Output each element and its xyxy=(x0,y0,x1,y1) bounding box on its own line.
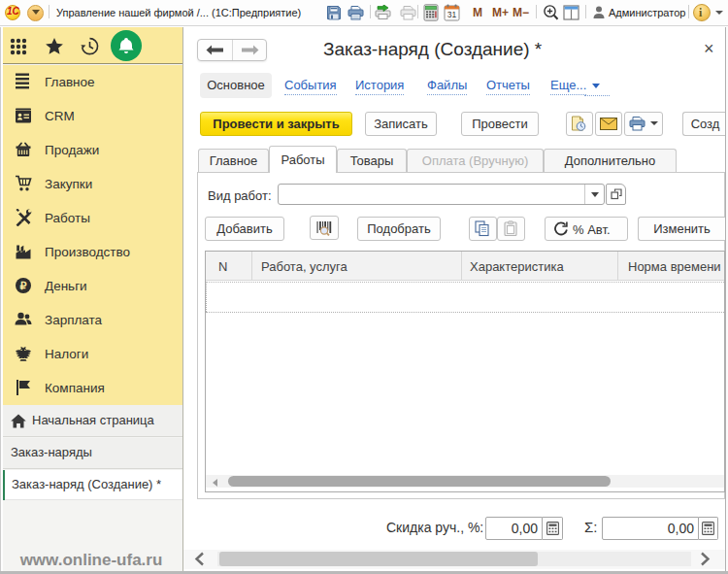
svg-text:₽: ₽ xyxy=(20,280,27,291)
svg-text:31: 31 xyxy=(447,10,457,19)
